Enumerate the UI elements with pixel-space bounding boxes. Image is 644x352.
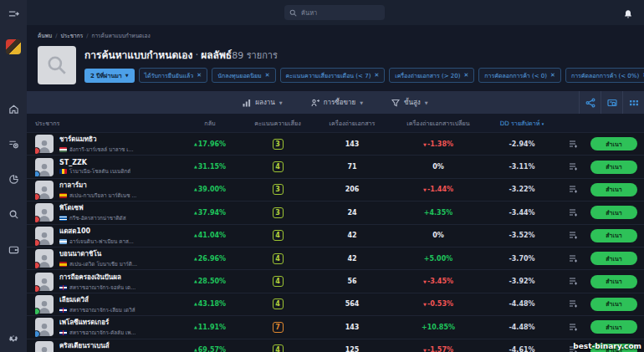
copy-trader-button[interactable]: สำเนา	[590, 298, 637, 311]
filter-chip[interactable]: นักลงทุนยอดนิยม ✕	[212, 68, 275, 83]
trader-avatar[interactable]	[35, 135, 54, 153]
table-row[interactable]: พิโดเซฟ กรีซ-อัครสาวกน่าชาติดัส ▲37.94% …	[27, 201, 644, 223]
trader-name[interactable]: การถือครองเงินปันผล	[59, 272, 135, 283]
grid-view-icon[interactable]	[622, 91, 644, 114]
col-header-return[interactable]: กลับ	[177, 119, 243, 128]
add-to-watchlist-icon[interactable]	[559, 323, 587, 332]
filter-chip[interactable]: การคัดลอกการค้า (< 0) ✕	[478, 68, 561, 83]
trader-name[interactable]: พิโดเซฟ	[59, 202, 126, 213]
filter-chips-row: 2 ปีที่ผ่านมา▼ ได้รับการยืนยันแล้ว ✕ นัก…	[84, 68, 644, 83]
trader-name[interactable]: บอนนาดาชิโน	[59, 248, 137, 259]
copy-trader-button[interactable]: สำเนา	[590, 206, 637, 219]
global-search[interactable]	[284, 5, 385, 20]
filter-chip[interactable]: คะแนนความเสี่ยงรายเดือน (< 7) ✕	[280, 68, 386, 83]
table-toolbar: ผลงาน▼ การซื้อขาย▼ ขั้นสูง▼	[27, 91, 644, 114]
table-row[interactable]: ST_ZZK โรมาเนีย-โซลตัน เบเนดิกต์ ▲31.15%…	[27, 155, 644, 177]
home-icon[interactable]	[8, 103, 19, 115]
up-arrow-icon: ▲	[194, 347, 197, 352]
watchlist-icon[interactable]	[8, 138, 19, 150]
add-to-watchlist-icon[interactable]	[559, 277, 587, 286]
copy-trader-button[interactable]: สำเนา	[590, 137, 637, 150]
remove-filter-icon[interactable]: ✕	[265, 72, 270, 79]
remove-filter-icon[interactable]: ✕	[197, 72, 202, 79]
copy-trader-button[interactable]: สำเนา	[590, 252, 637, 265]
notifications-bell-icon[interactable]	[623, 7, 634, 18]
trader-name[interactable]: แดสด100	[59, 226, 134, 237]
table-row[interactable]: แดสด100 อาร์เจนตินา-ฟาเบียน คาส... ▲41.0…	[27, 224, 644, 247]
user-avatar[interactable]	[6, 39, 21, 54]
chevron-down-icon: ▼	[425, 100, 428, 105]
trader-name[interactable]: กาลาร์มา	[59, 180, 136, 191]
copy-trader-button[interactable]: สำเนา	[590, 320, 637, 334]
time-period-chip[interactable]: 2 ปีที่ผ่านมา▼	[84, 69, 135, 83]
add-to-watchlist-icon[interactable]	[559, 231, 587, 240]
risk-score: 4	[243, 161, 313, 172]
add-to-watchlist-icon[interactable]	[559, 208, 587, 217]
table-row[interactable]: การถือครองเงินปันผล สหราชอาณาจักร-จอห์น …	[27, 269, 644, 292]
trader-status-badge	[35, 262, 40, 268]
copiers-change: 0%	[391, 232, 485, 239]
copy-trader-button[interactable]: สำเนา	[590, 183, 637, 196]
advanced-dropdown[interactable]: ขั้นสูง▼	[391, 97, 428, 108]
trader-avatar[interactable]	[35, 273, 54, 291]
remove-filter-icon[interactable]: ✕	[463, 72, 468, 79]
trading-dropdown[interactable]: การซื้อขาย▼	[311, 97, 363, 108]
copy-trader-button[interactable]: สำเนา	[590, 229, 637, 242]
col-header-copiers-change[interactable]: เครื่องถ่ายเอกสารเปลี่ยน	[391, 119, 485, 128]
table-row[interactable]: บอนนาดาชิโน สเปน-เดวิด โบนาเชีย มาร์ติ..…	[27, 247, 644, 269]
table-row[interactable]: เลียมเดวิส์ สหราชอาณาจักร-เลียม เดวิส์ ▲…	[27, 293, 644, 315]
trader-avatar[interactable]	[35, 203, 54, 222]
remove-filter-icon[interactable]: ✕	[374, 72, 379, 79]
search-input[interactable]	[301, 9, 368, 17]
trader-avatar[interactable]	[35, 318, 54, 336]
filter-chip[interactable]: เครื่องถ่ายเอกสาร (> 20) ✕	[389, 68, 474, 83]
breadcrumb-people[interactable]: ประชากร	[61, 33, 84, 39]
copy-trader-button[interactable]: สำเนา	[590, 275, 637, 288]
trader-name[interactable]: เพโลซีแทรดเกอร์	[59, 317, 135, 328]
trader-avatar[interactable]	[35, 158, 54, 176]
table-row[interactable]: ชาร์ดแมทธิว ฮังการี-มาร์เซลล์ บาลาซ เ...…	[27, 132, 644, 155]
portfolio-pie-icon[interactable]	[8, 173, 19, 185]
table-header-row: ประชากร กลับ คะแนนความเสี่ยง เครื่องถ่าย…	[27, 114, 644, 132]
settings-gear-icon[interactable]	[8, 332, 19, 344]
add-to-watchlist-icon[interactable]	[559, 185, 587, 194]
risk-score: 4	[243, 253, 313, 264]
performance-dropdown[interactable]: ผลงาน▼	[243, 97, 282, 108]
trader-name[interactable]: ST_ZZK	[59, 159, 130, 166]
filter-chip[interactable]: การคัดลอกการค้า (< 0%) ✕	[565, 68, 644, 83]
col-header-risk[interactable]: คะแนนความเสี่ยง	[243, 119, 313, 128]
discover-search-icon[interactable]	[8, 208, 19, 220]
trader-subtitle: สเปน-กาเบรียลา มาร์ติเนซ ...	[59, 191, 136, 200]
person-icon	[37, 344, 52, 352]
virtual-portfolio-icon[interactable]	[601, 91, 622, 114]
country-flag-icon	[59, 308, 67, 313]
wallet-icon[interactable]	[8, 243, 19, 255]
trader-avatar[interactable]	[35, 341, 54, 352]
share-icon[interactable]	[579, 91, 601, 114]
expand-menu-icon[interactable]	[8, 8, 19, 19]
trader-avatar[interactable]	[35, 249, 54, 268]
trader-avatar[interactable]	[35, 295, 54, 314]
trader-name[interactable]: เลียมเดวิส์	[59, 294, 135, 305]
table-row[interactable]: คริสเตียนราเบนส์ เยอรมนี-คริสเตียน ราเบน…	[27, 339, 644, 352]
add-to-watchlist-icon[interactable]	[559, 254, 587, 263]
trader-name[interactable]: ชาร์ดแมทธิว	[59, 134, 134, 145]
add-to-watchlist-icon[interactable]	[559, 140, 587, 149]
table-row[interactable]: เพโลซีแทรดเกอร์ สหราชอาณาจักร-คัลลัม เพ.…	[27, 315, 644, 338]
down-arrow-icon: ▼	[423, 187, 427, 192]
filter-chip[interactable]: ได้รับการยืนยันแล้ว ✕	[139, 68, 208, 83]
trader-avatar[interactable]	[35, 181, 54, 199]
trader-subtitle: สหราชอาณาจักร-เลียม เดวิส์	[59, 306, 135, 314]
weekly-dd-value: -3.52%	[485, 232, 559, 239]
col-header-weekly-dd[interactable]: DD รายสัปดาห์ ▾	[485, 119, 559, 128]
copy-trader-button[interactable]: สำเนา	[590, 161, 637, 174]
col-header-copiers[interactable]: เครื่องถ่ายเอกสาร	[313, 119, 391, 128]
trader-name[interactable]: คริสเตียนราเบนส์	[59, 340, 130, 351]
table-row[interactable]: กาลาร์มา สเปน-กาเบรียลา มาร์ติเนซ ... ▲3…	[27, 178, 644, 201]
add-to-watchlist-icon[interactable]	[559, 162, 587, 171]
remove-filter-icon[interactable]: ✕	[550, 72, 555, 79]
breadcrumb-discover[interactable]: ค้นพบ	[38, 33, 52, 39]
trader-avatar[interactable]	[35, 227, 54, 245]
add-to-watchlist-icon[interactable]	[559, 299, 587, 309]
return-value: ▲43.18%	[177, 300, 243, 308]
